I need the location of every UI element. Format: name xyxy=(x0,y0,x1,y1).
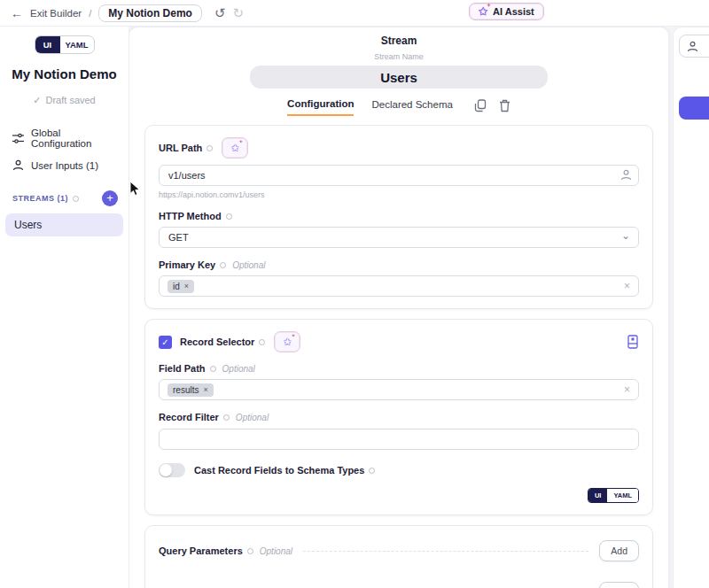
sidebar-item-label: User Inputs (1) xyxy=(31,160,98,171)
person-icon xyxy=(12,159,24,171)
query-parameters-label: Query Parameters xyxy=(159,545,243,556)
exit-builder-link[interactable]: Exit Builder xyxy=(30,8,82,19)
tag-chip-results[interactable]: results × xyxy=(168,383,214,397)
breadcrumb-separator: / xyxy=(89,8,91,19)
tag-chip-id[interactable]: id × xyxy=(168,280,194,293)
http-method-value: GET xyxy=(168,232,189,243)
back-arrow-icon[interactable]: ← xyxy=(11,6,23,20)
redo-icon: ↻ xyxy=(232,5,244,21)
url-path-input[interactable] xyxy=(159,165,639,186)
info-icon[interactable] xyxy=(226,213,232,220)
record-selector-checkbox[interactable]: ✓ xyxy=(159,336,172,349)
info-icon[interactable] xyxy=(73,196,79,202)
toggle-ui[interactable]: UI xyxy=(588,489,608,502)
request-headers-row: Request Headers Optional Add xyxy=(159,582,639,588)
sliders-icon xyxy=(12,133,24,144)
stream-tabs: Configuration Declared Schema xyxy=(129,98,668,116)
sidebar-nav: Global Configuration User Inputs (1) xyxy=(0,122,129,176)
optional-badge: Optional xyxy=(236,413,269,422)
streams-header-label: STREAMS (1) xyxy=(12,194,68,203)
url-preview-text: https://api.notion.comv1/users xyxy=(159,190,639,199)
field-path-tag-input[interactable]: results × × xyxy=(159,379,639,400)
info-icon[interactable] xyxy=(206,145,213,151)
toggle-knob xyxy=(160,464,172,476)
sidebar-item-label: Global Configuration xyxy=(31,128,116,149)
draft-status: ✓Draft saved xyxy=(0,95,129,106)
info-icon[interactable] xyxy=(369,468,375,474)
cast-fields-toggle[interactable] xyxy=(159,463,185,477)
info-icon[interactable] xyxy=(220,262,226,268)
undo-icon[interactable]: ↺ xyxy=(214,5,226,21)
add-request-header-button[interactable]: Add xyxy=(599,582,639,588)
http-method-label: HTTP Method xyxy=(159,211,222,221)
record-selector-label: Record Selector xyxy=(180,337,254,347)
top-bar: ← Exit Builder / My Notion Demo ↺ ↻ ✩✦ A… xyxy=(0,0,709,27)
test-stream-button[interactable] xyxy=(679,97,709,120)
testing-values-button[interactable] xyxy=(679,35,709,58)
ai-assist-label: AI Assist xyxy=(493,6,534,17)
toggle-yaml[interactable]: YAML xyxy=(60,36,94,53)
project-name-field[interactable]: My Notion Demo xyxy=(98,4,202,22)
trash-icon[interactable] xyxy=(499,99,510,112)
record-selector-card: ✓ Record Selector ✩✦ Field Path Optional xyxy=(144,319,653,515)
stream-list-item-users[interactable]: Users xyxy=(5,213,123,236)
user-variable-icon[interactable] xyxy=(620,169,632,181)
stream-action-icons xyxy=(474,99,510,116)
info-icon[interactable] xyxy=(210,366,216,372)
streams-header-row: STREAMS (1) + xyxy=(0,190,129,206)
stream-name-label: Stream Name xyxy=(129,52,668,61)
ai-suggest-button[interactable]: ✩✦ xyxy=(222,137,248,159)
connector-title: My Notion Demo xyxy=(0,66,129,81)
stream-config-panel: Stream Stream Name Configuration Declare… xyxy=(129,27,669,588)
optional-badge: Optional xyxy=(222,364,255,374)
stream-name-input[interactable] xyxy=(250,66,548,89)
remove-tag-icon[interactable]: × xyxy=(184,282,189,290)
ui-yaml-toggle[interactable]: UI YAML xyxy=(35,35,95,54)
toggle-ui[interactable]: UI xyxy=(35,36,60,53)
info-icon[interactable] xyxy=(223,414,230,421)
primary-key-tag-input[interactable]: id × × xyxy=(159,275,639,297)
request-parameters-card: Query Parameters Optional Add Request He… xyxy=(144,525,653,588)
stream-panel-title: Stream xyxy=(129,35,668,47)
sparkle-star-icon: ✩✦ xyxy=(230,143,239,153)
divider xyxy=(303,551,588,552)
person-icon xyxy=(687,41,698,52)
check-icon: ✓ xyxy=(33,95,41,105)
request-options-card: URL Path ✩✦ https://api.notion.comv1/use… xyxy=(144,125,653,309)
record-filter-input[interactable] xyxy=(159,429,639,450)
mouse-cursor xyxy=(129,181,141,197)
toggle-yaml[interactable]: YAML xyxy=(607,489,638,502)
tab-configuration[interactable]: Configuration xyxy=(287,98,354,116)
clear-field-icon[interactable]: × xyxy=(624,280,630,292)
ai-suggest-button[interactable]: ✩✦ xyxy=(274,331,300,352)
primary-key-label: Primary Key xyxy=(159,259,215,270)
sidebar-item-global-configuration[interactable]: Global Configuration xyxy=(0,122,129,154)
http-method-select[interactable]: GET ⌄ xyxy=(159,227,639,248)
clear-field-icon[interactable]: × xyxy=(624,383,630,396)
optional-badge: Optional xyxy=(260,546,292,556)
optional-badge: Optional xyxy=(232,260,265,270)
sparkle-star-icon: ✩✦ xyxy=(283,337,292,347)
content-area: UI YAML My Notion Demo ✓Draft saved Glob… xyxy=(0,27,709,588)
chevron-down-icon: ⌄ xyxy=(621,229,630,242)
cast-fields-label: Cast Record Fields to Schema Types xyxy=(194,465,364,476)
record-filter-label: Record Filter xyxy=(159,412,219,422)
info-icon[interactable] xyxy=(247,548,253,554)
testing-panel-edge xyxy=(673,27,709,588)
ai-assist-button[interactable]: ✩✦ AI Assist xyxy=(469,3,544,20)
docs-icon[interactable] xyxy=(627,335,639,349)
copy-icon[interactable] xyxy=(474,99,487,112)
add-stream-button[interactable]: + xyxy=(102,190,118,206)
info-icon[interactable] xyxy=(259,339,265,345)
sidebar-item-user-inputs[interactable]: User Inputs (1) xyxy=(0,154,129,176)
builder-sidebar: UI YAML My Notion Demo ✓Draft saved Glob… xyxy=(0,27,129,588)
field-path-label: Field Path xyxy=(159,363,206,374)
add-query-parameter-button[interactable]: Add xyxy=(599,540,639,561)
sparkle-star-icon: ✩✦ xyxy=(479,6,487,17)
remove-tag-icon[interactable]: × xyxy=(203,385,207,394)
card-ui-yaml-toggle[interactable]: UI YAML xyxy=(588,488,639,503)
config-cards: URL Path ✩✦ https://api.notion.comv1/use… xyxy=(129,116,668,588)
tab-declared-schema[interactable]: Declared Schema xyxy=(371,99,452,115)
query-parameters-row: Query Parameters Optional Add xyxy=(159,540,639,561)
url-path-label: URL Path xyxy=(159,143,202,153)
